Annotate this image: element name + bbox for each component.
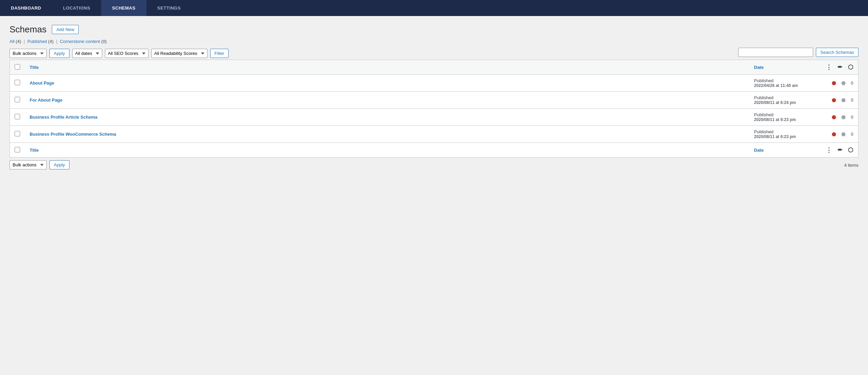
table-row: For About Page Published 2020/08/11 at 6… xyxy=(10,92,858,109)
row-date-status-3: Published 2020/08/11 at 6:23 pm xyxy=(754,129,813,139)
footer-export-icon: ⬡ xyxy=(848,146,853,154)
header-export-icon: ⬡ xyxy=(848,63,853,71)
bulk-actions-select-bottom[interactable]: Bulk actions xyxy=(10,160,47,169)
row-checkbox-cell xyxy=(10,126,25,143)
row-date-status-2: Published 2020/08/11 at 6:23 pm xyxy=(754,112,813,122)
row-status-1: Published xyxy=(754,95,813,100)
filter-all-count: (4) xyxy=(16,39,21,44)
row-date-status-0: Published 2022/04/26 at 11:40 am xyxy=(754,78,813,88)
table-footer-row: Title Date ⋮ ✒ ⬡ xyxy=(10,143,858,158)
all-dates-select[interactable]: All dates xyxy=(72,49,102,58)
table-header: Title Date ⋮ ✒ ⬡ xyxy=(10,60,858,75)
filter-links: All (4) | Published (4) | Cornerstone co… xyxy=(10,39,858,44)
row-date-cell: Published 2022/04/26 at 11:40 am xyxy=(749,75,818,92)
header-schema-icon: ⋮ xyxy=(826,63,832,71)
row-count-3: 0 xyxy=(851,132,853,137)
filter-published-count: (4) xyxy=(48,39,53,44)
search-input[interactable] xyxy=(738,48,813,57)
footer-checkbox-cell xyxy=(10,143,25,158)
header-icons: ⋮ ✒ ⬡ xyxy=(818,60,858,75)
table-body: About Page Published 2022/04/26 at 11:40… xyxy=(10,75,858,158)
row-date-cell: Published 2020/08/11 at 6:24 pm xyxy=(749,92,818,109)
footer-title[interactable]: Title xyxy=(25,143,749,158)
row-date-0: 2022/04/26 at 11:40 am xyxy=(754,83,813,88)
row-status-0: Published xyxy=(754,78,813,83)
row-checkbox-2[interactable] xyxy=(15,114,20,119)
row-date-cell: Published 2020/08/11 at 6:23 pm xyxy=(749,109,818,126)
search-button[interactable]: Search Schemas xyxy=(816,48,858,57)
row-checkbox-cell xyxy=(10,75,25,92)
table-row: Business Profile Article Schema Publishe… xyxy=(10,109,858,126)
header-date[interactable]: Date xyxy=(749,60,818,75)
readability-dot-1 xyxy=(841,98,846,102)
table-row: Business Profile WooCommerce Schema Publ… xyxy=(10,126,858,143)
table-row: About Page Published 2022/04/26 at 11:40… xyxy=(10,75,858,92)
row-date-cell: Published 2020/08/11 at 6:23 pm xyxy=(749,126,818,143)
footer-schema-icon: ⋮ xyxy=(826,146,832,154)
header-title[interactable]: Title xyxy=(25,60,749,75)
row-icons-cell: 0 xyxy=(818,109,858,126)
row-checkbox-cell xyxy=(10,109,25,126)
page-title: Schemas xyxy=(10,24,46,35)
nav-locations[interactable]: LOCATIONS xyxy=(52,0,101,16)
filter-cornerstone-count: (0) xyxy=(101,39,107,44)
footer-icons: ⋮ ✒ ⬡ xyxy=(818,143,858,158)
filter-published[interactable]: Published xyxy=(28,39,47,44)
row-icons-cell: 0 xyxy=(818,92,858,109)
row-checkbox-3[interactable] xyxy=(15,131,20,136)
footer-date[interactable]: Date xyxy=(749,143,818,158)
footer-select-all-checkbox[interactable] xyxy=(15,147,20,152)
row-date-2: 2020/08/11 at 6:23 pm xyxy=(754,117,813,122)
seo-scores-select[interactable]: All SEO Scores xyxy=(105,49,149,58)
row-checkbox-1[interactable] xyxy=(15,97,20,102)
readability-dot-2 xyxy=(841,115,846,119)
items-count-bottom: 4 items xyxy=(844,163,858,168)
page-header: Schemas Add New xyxy=(10,24,858,35)
readability-scores-select[interactable]: All Readability Scores xyxy=(151,49,207,58)
page-content: Schemas Add New All (4) | Published (4) … xyxy=(0,16,868,178)
readability-dot-0 xyxy=(841,81,846,85)
filter-all[interactable]: All xyxy=(10,39,14,44)
select-all-checkbox[interactable] xyxy=(15,64,20,70)
row-title-link-3[interactable]: Business Profile WooCommerce Schema xyxy=(30,132,116,137)
nav-schemas[interactable]: SCHEMAS xyxy=(101,0,146,16)
row-title-link-2[interactable]: Business Profile Article Schema xyxy=(30,115,97,120)
nav-dashboard[interactable]: DASHBOARD xyxy=(0,0,52,16)
row-date-1: 2020/08/11 at 6:24 pm xyxy=(754,100,813,105)
seo-dot-0 xyxy=(832,81,836,85)
row-title-link-1[interactable]: For About Page xyxy=(30,97,62,103)
apply-button-bottom[interactable]: Apply xyxy=(49,160,69,169)
row-title-link-0[interactable]: About Page xyxy=(30,80,54,86)
bulk-actions-select-top[interactable]: Bulk actions xyxy=(10,49,47,58)
row-status-2: Published xyxy=(754,112,813,117)
header-edit-icon: ✒ xyxy=(837,63,842,71)
filter-cornerstone[interactable]: Cornerstone content xyxy=(60,39,100,44)
row-icons-cell: 0 xyxy=(818,75,858,92)
seo-dot-2 xyxy=(832,115,836,119)
header-checkbox-cell xyxy=(10,60,25,75)
row-title-cell: Business Profile WooCommerce Schema xyxy=(25,126,749,143)
apply-button-top[interactable]: Apply xyxy=(49,49,69,58)
seo-dot-3 xyxy=(832,132,836,136)
row-count-1: 0 xyxy=(851,97,853,103)
seo-dot-1 xyxy=(832,98,836,102)
nav-settings[interactable]: SETTINGS xyxy=(146,0,192,16)
readability-dot-3 xyxy=(841,132,846,136)
row-icons-cell: 0 xyxy=(818,126,858,143)
row-date-3: 2020/08/11 at 6:23 pm xyxy=(754,134,813,139)
footer-right: 4 items xyxy=(844,162,858,168)
row-title-cell: Business Profile Article Schema xyxy=(25,109,749,126)
footer-edit-icon: ✒ xyxy=(837,146,842,154)
add-new-button[interactable]: Add New xyxy=(52,25,79,34)
filter-button[interactable]: Filter xyxy=(210,49,229,58)
row-checkbox-0[interactable] xyxy=(15,80,20,85)
sep2: | xyxy=(56,39,57,44)
top-navigation: DASHBOARD LOCATIONS SCHEMAS SETTINGS xyxy=(0,0,868,16)
row-date-status-1: Published 2020/08/11 at 6:24 pm xyxy=(754,95,813,105)
sep1: | xyxy=(24,39,25,44)
row-title-cell: About Page xyxy=(25,75,749,92)
table-wrapper: Title Date ⋮ ✒ ⬡ Ab xyxy=(10,60,858,158)
row-status-3: Published xyxy=(754,129,813,134)
toolbar-bottom: Bulk actions Apply 4 items xyxy=(10,160,858,169)
schema-table: Title Date ⋮ ✒ ⬡ Ab xyxy=(10,60,858,158)
